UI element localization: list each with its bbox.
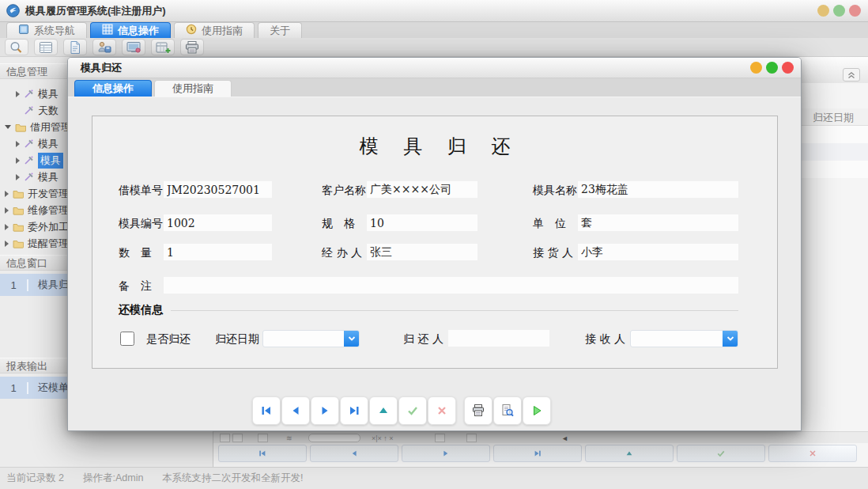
dialog-toolbar [252,396,551,425]
folder-icon [13,189,24,199]
report-table-icon[interactable] [34,39,58,55]
wand-icon [24,172,34,182]
quantity-label: 数 量 [119,244,152,261]
receiver-select[interactable] [630,330,738,347]
unit-field[interactable] [578,214,738,231]
operator-label: 操作者:Admin [83,468,143,489]
chevron-right-icon [16,157,20,164]
up-icon[interactable] [585,445,674,462]
tab-label: 信息操作 [92,82,134,96]
tree-item-label: 模具 [38,87,58,101]
minimize-button[interactable] [817,5,829,17]
up-button[interactable] [369,396,398,425]
pager-mark: ◄ [561,434,568,442]
mold-name-field[interactable] [578,181,738,198]
customer-name-field[interactable] [367,181,477,198]
tab-about[interactable]: 关于 [258,22,302,38]
user-save-icon[interactable] [92,39,116,55]
last-record-button[interactable] [340,396,368,425]
confirm-button[interactable] [398,396,427,425]
pager-mark: ×|× ↑ × [372,434,394,442]
tree-item-label: 委外加工 [28,220,69,234]
first-record-button[interactable] [252,396,281,425]
grid-add-icon[interactable] [151,39,175,55]
goods-receiver-field[interactable] [578,244,738,260]
dialog-title: 模具归还 [81,61,122,75]
tree-item-label: 天数 [38,104,58,118]
pager-mark: ≋ [286,434,292,442]
tab-system-nav[interactable]: 系统导航 [6,22,87,38]
return-form-panel: 模 具 归 还 借模单号 客户名称 模具名称 模具编号 规 格 单 位 数 量 … [92,116,778,369]
wand-icon [24,138,34,149]
spec-field[interactable] [367,214,477,231]
return-date-label: 归还日期 [215,330,259,347]
app-window: 模具履历管理系统(非注册用户) 系统导航 信息操作 使用指南 关于 [0,0,868,489]
monitor-icon[interactable] [122,39,145,55]
tree-item-label: 维修管理 [28,203,69,218]
document-icon[interactable] [63,39,87,55]
record-count: 当前记录数 2 [6,468,64,489]
tree-item-label: 模具 [38,170,58,184]
cancel-button[interactable] [428,396,456,425]
tab-user-guide[interactable]: 使用指南 [174,22,255,38]
dialog-window-controls [750,62,794,74]
maximize-button[interactable] [833,5,845,17]
close-button[interactable] [849,5,861,17]
chevron-right-icon [5,191,9,197]
handler-field[interactable] [367,244,477,260]
returner-field[interactable] [448,330,549,347]
dialog-close-button[interactable] [782,62,794,74]
last-record-icon[interactable] [493,445,582,462]
tree-item-label: 提醒管理 [28,237,69,251]
next-record-button[interactable] [311,396,339,425]
statusbar: 当前记录数 2 操作者:Admin 本系统支持二次开发和全新开发! [0,467,868,489]
is-returned-checkbox[interactable] [120,332,134,346]
prev-record-button[interactable] [281,396,310,425]
confirm-icon[interactable] [677,445,765,462]
dialog-tab-info-operation[interactable]: 信息操作 [74,80,152,97]
search-icon[interactable] [5,39,28,55]
dialog-maximize-button[interactable] [766,62,778,74]
help-clock-icon [186,24,197,37]
tab-label: 使用指南 [202,24,243,38]
background-nav-row [218,445,857,462]
tab-label: 系统导航 [34,24,75,38]
return-section-header: 还模信息 [119,303,738,317]
unit-label: 单 位 [533,214,566,232]
nav-square-icon [18,24,29,37]
print-preview-button[interactable] [493,396,522,425]
app-logo-icon [6,4,20,17]
column-header-return-date[interactable]: 归还日期 [813,111,854,125]
dialog-tab-user-guide[interactable]: 使用指南 [154,80,232,97]
chevron-down-icon[interactable] [723,331,738,347]
goods-receiver-label: 接 货 人 [533,244,573,261]
printer-icon[interactable] [180,39,204,55]
chevrons-up-icon[interactable] [843,68,860,82]
prev-record-icon[interactable] [310,445,398,462]
window-controls [817,5,861,17]
pager-control [232,434,243,442]
chevron-right-icon [16,141,20,147]
remark-field[interactable] [164,277,738,294]
next-record-icon[interactable] [402,445,490,462]
grid-icon [102,24,113,37]
receiver-value [631,331,723,347]
form-heading: 模 具 归 还 [92,134,777,159]
chevron-down-icon[interactable] [344,331,359,347]
print-button[interactable] [464,396,492,425]
chevron-right-icon [5,224,9,230]
first-record-icon[interactable] [218,445,307,462]
tree-item-label: 借用管理 [30,120,71,135]
dialog-minimize-button[interactable] [750,62,762,74]
main-tabbar: 系统导航 信息操作 使用指南 关于 [0,22,868,38]
quantity-field[interactable] [164,244,272,260]
pager-input [308,434,360,442]
tab-info-operation[interactable]: 信息操作 [90,22,171,38]
cancel-icon[interactable] [768,445,857,462]
mold-no-field[interactable] [164,214,272,231]
run-button[interactable] [523,396,551,425]
is-returned-label: 是否归还 [146,330,191,347]
tree-item-label: 开发管理 [28,187,69,201]
borrow-order-no-field[interactable] [164,181,272,198]
return-date-select[interactable] [262,330,360,347]
